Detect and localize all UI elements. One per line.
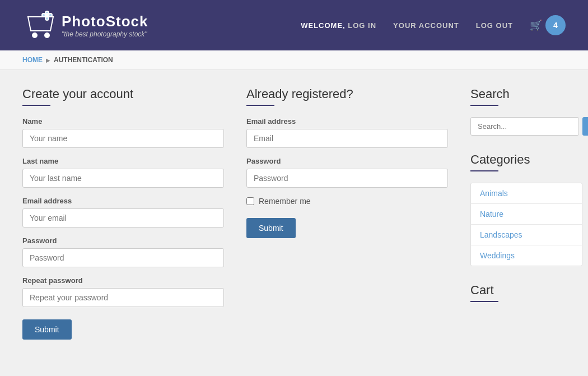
main-content: Create your account Name Last name Email… xyxy=(0,70,588,376)
login-email-group: Email address xyxy=(246,117,448,148)
cart-icon: 🛒 xyxy=(530,19,542,31)
breadcrumb-separator: ▶ xyxy=(46,57,50,63)
site-header: PhotoStock "the best photography stock" … xyxy=(0,0,588,50)
breadcrumb-home[interactable]: HOME xyxy=(22,56,43,64)
search-underline xyxy=(470,105,498,106)
repeat-password-group: Repeat password xyxy=(22,276,224,307)
login-label: LOG IN xyxy=(348,21,376,30)
svg-point-6 xyxy=(45,13,49,17)
breadcrumb-bar: HOME ▶ AUTHENTICATION xyxy=(0,50,588,70)
svg-point-1 xyxy=(45,33,49,38)
login-password-input[interactable] xyxy=(246,169,448,188)
reg-password-label: Password xyxy=(22,236,224,245)
remember-me-label: Remember me xyxy=(259,197,311,206)
cart-title: Cart xyxy=(470,283,582,298)
cart-section: Cart xyxy=(470,283,582,302)
categories-section: Categories Animals Nature Landscapes Wed… xyxy=(470,152,582,266)
last-name-input[interactable] xyxy=(22,169,224,188)
search-button[interactable]: 🔍 xyxy=(582,117,588,136)
login-submit[interactable]: Submit xyxy=(246,218,296,238)
login-email-input[interactable] xyxy=(246,129,448,148)
repeat-password-input[interactable] xyxy=(22,288,224,307)
nav-account[interactable]: YOUR ACCOUNT xyxy=(393,21,459,30)
already-registered-title: Already registered? xyxy=(246,87,448,101)
name-label: Name xyxy=(22,117,224,126)
remember-me-checkbox[interactable] xyxy=(246,197,254,205)
create-account-title: Create your account xyxy=(22,87,224,101)
svg-point-0 xyxy=(32,33,37,38)
logo-title: PhotoStock xyxy=(62,13,148,30)
login-password-label: Password xyxy=(246,157,448,165)
reg-password-group: Password xyxy=(22,236,224,267)
login-email-label: Email address xyxy=(246,117,448,126)
reg-password-input[interactable] xyxy=(22,248,224,267)
search-section: Search 🔍 xyxy=(470,87,582,136)
cart-badge: 4 xyxy=(545,15,566,35)
main-nav: WELCOME, LOG IN YOUR ACCOUNT LOG OUT 🛒 4 xyxy=(301,15,566,35)
create-account-section: Create your account Name Last name Email… xyxy=(22,87,224,362)
nav-logout[interactable]: LOG OUT xyxy=(476,21,513,30)
search-row: 🔍 xyxy=(470,117,582,136)
categories-title: Categories xyxy=(470,152,582,167)
reg-email-label: Email address xyxy=(22,197,224,205)
logo-text: PhotoStock "the best photography stock" xyxy=(62,13,148,38)
cart-underline xyxy=(470,301,498,302)
right-column: Search 🔍 Categories Animals Nature Lands… xyxy=(470,87,582,362)
category-item-animals[interactable]: Animals xyxy=(471,183,582,204)
login-password-group: Password xyxy=(246,157,448,188)
already-registered-section: Already registered? Email address Passwo… xyxy=(246,87,448,362)
category-list: Animals Nature Landscapes Weddings xyxy=(470,183,582,266)
repeat-password-label: Repeat password xyxy=(22,276,224,285)
reg-email-input[interactable] xyxy=(22,208,224,228)
nav-cart[interactable]: 🛒 4 xyxy=(530,15,566,35)
category-item-weddings[interactable]: Weddings xyxy=(471,245,582,266)
login-form: Email address Password Remember me Submi… xyxy=(246,117,448,238)
logo-icon xyxy=(22,8,56,42)
reg-email-group: Email address xyxy=(22,197,224,228)
breadcrumb-current: AUTHENTICATION xyxy=(54,56,113,64)
create-account-form: Name Last name Email address Password Re… xyxy=(22,117,224,340)
search-title: Search xyxy=(470,87,582,101)
create-account-underline xyxy=(22,105,50,106)
last-name-group: Last name xyxy=(22,157,224,188)
create-account-submit[interactable]: Submit xyxy=(22,319,72,340)
nav-welcome[interactable]: WELCOME, LOG IN xyxy=(301,21,376,30)
category-item-nature[interactable]: Nature xyxy=(471,204,582,225)
search-input[interactable] xyxy=(470,117,579,136)
breadcrumb: HOME ▶ AUTHENTICATION xyxy=(22,56,566,64)
last-name-label: Last name xyxy=(22,157,224,165)
remember-me-group: Remember me xyxy=(246,197,448,206)
logo-area: PhotoStock "the best photography stock" xyxy=(22,8,148,42)
already-registered-underline xyxy=(246,105,274,106)
category-item-landscapes[interactable]: Landscapes xyxy=(471,225,582,245)
name-input[interactable] xyxy=(22,129,224,148)
logo-subtitle: "the best photography stock" xyxy=(62,30,148,38)
welcome-label: WELCOME, xyxy=(301,21,346,30)
name-group: Name xyxy=(22,117,224,148)
categories-underline xyxy=(470,170,498,171)
